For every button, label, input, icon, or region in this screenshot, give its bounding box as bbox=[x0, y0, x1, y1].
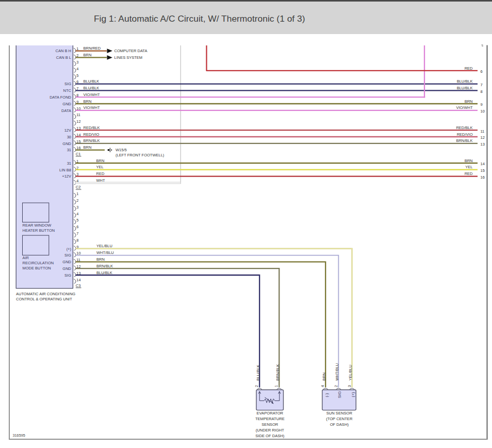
svg-text:(UNDER RIGHT: (UNDER RIGHT bbox=[256, 428, 285, 433]
svg-text:GND: GND bbox=[62, 260, 71, 264]
svg-text:BRN: BRN bbox=[84, 99, 92, 104]
svg-text:(+): (+) bbox=[67, 247, 72, 251]
svg-text:CAN B H: CAN B H bbox=[56, 49, 71, 53]
svg-text:(TOP CENTER: (TOP CENTER bbox=[326, 417, 353, 421]
svg-text:5: 5 bbox=[76, 218, 78, 222]
svg-text:SENSOR: SENSOR bbox=[261, 422, 278, 427]
svg-text:C1: C1 bbox=[76, 152, 81, 156]
svg-text:14: 14 bbox=[481, 162, 485, 166]
svg-text:12: 12 bbox=[481, 135, 485, 140]
svg-text:VIO/WHT: VIO/WHT bbox=[84, 105, 100, 110]
svg-text:RED/VIO: RED/VIO bbox=[84, 132, 100, 137]
svg-text:3: 3 bbox=[347, 385, 352, 387]
svg-text:BRN: BRN bbox=[96, 158, 105, 163]
svg-text:YEL/BLU: YEL/BLU bbox=[348, 365, 353, 381]
svg-text:BRN/BLK: BRN/BLK bbox=[84, 138, 100, 143]
svg-text:W15/5: W15/5 bbox=[116, 148, 127, 152]
svg-text:SIG: SIG bbox=[64, 273, 71, 278]
svg-text:COMPUTER DATA: COMPUTER DATA bbox=[114, 49, 147, 53]
svg-text:4: 4 bbox=[76, 67, 78, 71]
svg-text:MODE BUTTON: MODE BUTTON bbox=[23, 266, 51, 270]
svg-text:RED/VIO: RED/VIO bbox=[457, 132, 473, 137]
svg-text:WHT/BLU: WHT/BLU bbox=[335, 363, 339, 381]
svg-text:TEMPERATURE: TEMPERATURE bbox=[255, 417, 285, 421]
svg-text:BLU/BLK: BLU/BLK bbox=[457, 86, 473, 90]
svg-text:SUN SENSOR: SUN SENSOR bbox=[326, 411, 353, 415]
svg-text:OF DASH): OF DASH) bbox=[330, 422, 349, 427]
svg-text:REAR WINDOW: REAR WINDOW bbox=[23, 223, 52, 228]
svg-text:BRN: BRN bbox=[96, 257, 105, 262]
svg-text:12: 12 bbox=[76, 119, 80, 124]
svg-text:10: 10 bbox=[481, 109, 485, 114]
svg-text:BRN/RED: BRN/RED bbox=[84, 46, 101, 51]
svg-text:(-): (-) bbox=[324, 393, 329, 397]
svg-text:BRN: BRN bbox=[84, 145, 92, 150]
svg-text:BLU/BLK: BLU/BLK bbox=[84, 86, 100, 90]
svg-text:2: 2 bbox=[334, 385, 338, 387]
svg-text:C2: C2 bbox=[76, 185, 81, 189]
svg-text:SIG: SIG bbox=[64, 82, 71, 86]
svg-text:30: 30 bbox=[67, 135, 71, 139]
svg-text:7: 7 bbox=[76, 231, 78, 236]
svg-text:5: 5 bbox=[76, 73, 78, 78]
svg-text:BRN/BLK: BRN/BLK bbox=[456, 138, 472, 143]
svg-text:AUTOMATIC AIR CONDITIONING: AUTOMATIC AIR CONDITIONING bbox=[16, 292, 75, 296]
svg-text:11: 11 bbox=[76, 113, 80, 117]
svg-text:11: 11 bbox=[481, 129, 485, 134]
svg-text:VIO/WHT: VIO/WHT bbox=[456, 105, 472, 110]
svg-text:EVAPORATOR: EVAPORATOR bbox=[257, 411, 284, 415]
svg-text:DATA FOND: DATA FOND bbox=[50, 95, 71, 100]
svg-text:BRN: BRN bbox=[465, 158, 473, 163]
svg-text:BLU/BLK: BLU/BLK bbox=[457, 79, 473, 84]
svg-text:SIG: SIG bbox=[337, 391, 342, 398]
svg-text:6: 6 bbox=[481, 69, 483, 74]
svg-text:RED: RED bbox=[96, 171, 105, 176]
svg-text:LINES SYSTEM: LINES SYSTEM bbox=[114, 55, 143, 60]
svg-text:6: 6 bbox=[76, 225, 78, 229]
svg-text:4: 4 bbox=[76, 212, 78, 216]
svg-text:AIR: AIR bbox=[23, 255, 29, 260]
svg-text:12V: 12V bbox=[64, 128, 71, 133]
svg-text:3: 3 bbox=[76, 205, 78, 210]
svg-text:16: 16 bbox=[481, 175, 485, 180]
svg-text:YEL/BLU: YEL/BLU bbox=[96, 244, 112, 248]
svg-text:4: 4 bbox=[320, 385, 325, 387]
svg-text:DATA: DATA bbox=[61, 108, 71, 113]
svg-text:15: 15 bbox=[481, 168, 485, 173]
svg-text:GND: GND bbox=[62, 266, 71, 271]
svg-text:+12V: +12V bbox=[62, 174, 71, 179]
svg-text:YEL: YEL bbox=[465, 165, 472, 169]
svg-text:RED/BLK: RED/BLK bbox=[84, 125, 100, 130]
svg-text:BRN: BRN bbox=[465, 99, 473, 104]
svg-text:RED: RED bbox=[465, 171, 473, 176]
svg-text:BLU/BLK: BLU/BLK bbox=[84, 79, 100, 84]
svg-text:RED/BLK: RED/BLK bbox=[456, 125, 472, 130]
svg-text:7: 7 bbox=[481, 83, 483, 87]
svg-text:1: 1 bbox=[274, 385, 279, 387]
svg-text:BRN: BRN bbox=[322, 373, 326, 381]
svg-text:C3: C3 bbox=[76, 283, 81, 288]
svg-text:BLU/BLK: BLU/BLK bbox=[256, 365, 260, 381]
svg-text:CAN B L: CAN B L bbox=[56, 55, 71, 60]
svg-text:3: 3 bbox=[76, 60, 78, 65]
svg-text:2: 2 bbox=[254, 385, 259, 387]
svg-text:BRN: BRN bbox=[84, 53, 92, 57]
svg-text:NTC: NTC bbox=[63, 88, 72, 93]
svg-text:RECIRCULATION: RECIRCULATION bbox=[23, 261, 54, 265]
svg-text:13: 13 bbox=[481, 142, 485, 147]
svg-text:31: 31 bbox=[67, 148, 71, 152]
svg-text:8: 8 bbox=[76, 238, 78, 243]
svg-text:SIDE OF DASH): SIDE OF DASH) bbox=[255, 434, 285, 438]
svg-text:RED: RED bbox=[465, 66, 473, 71]
svg-text:LIN B8: LIN B8 bbox=[59, 168, 71, 172]
svg-text:CONTROL & OPERATING UNIT: CONTROL & OPERATING UNIT bbox=[16, 297, 72, 301]
svg-text:9: 9 bbox=[481, 102, 483, 107]
svg-text:GND: GND bbox=[62, 102, 71, 106]
svg-text:316595: 316595 bbox=[13, 433, 25, 438]
svg-text:VIO/WHT: VIO/WHT bbox=[84, 92, 100, 97]
svg-text:(LEFT FRONT FOOTWELL): (LEFT FRONT FOOTWELL) bbox=[116, 153, 165, 157]
svg-text:YEL: YEL bbox=[96, 165, 104, 169]
svg-text:BRN/BLK: BRN/BLK bbox=[275, 364, 280, 380]
svg-text:SIG: SIG bbox=[64, 253, 71, 258]
svg-text:1: 1 bbox=[76, 191, 78, 196]
